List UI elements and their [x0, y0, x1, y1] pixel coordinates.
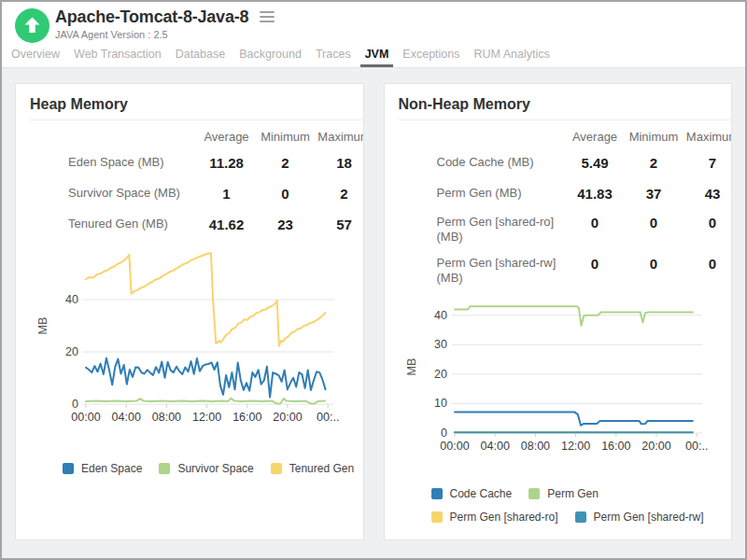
x-tick-label: 16:00: [601, 440, 630, 453]
metric-value: 41.83: [566, 186, 625, 202]
metric-value: 0: [566, 215, 625, 231]
column-header-minimum: Minimum: [625, 130, 684, 144]
legend-swatch: [431, 511, 443, 523]
metric-value: 2: [315, 186, 364, 202]
x-tick-label: 04:00: [112, 411, 141, 424]
y-tick-label: 40: [65, 293, 78, 306]
y-tick-label: 20: [65, 345, 78, 358]
metric-value: 0: [684, 256, 733, 272]
y-axis-label: MB: [36, 317, 49, 335]
page-title: Apache-Tomcat-8-Java-8: [55, 7, 248, 26]
legend-item-perm-gen[interactable]: Perm Gen: [529, 487, 599, 500]
metric-row: Perm Gen (MB)41.833743: [385, 178, 733, 209]
metric-row: Survivor Space (MB)102: [16, 178, 364, 209]
metric-label: Tenured Gen (MB): [16, 217, 197, 231]
y-tick-label: 40: [434, 309, 447, 322]
legend-swatch: [159, 463, 170, 474]
legend-label: Code Cache: [450, 487, 513, 500]
panel-title: Non-Heap Memory: [399, 95, 732, 114]
x-tick-label: 12:00: [192, 411, 221, 424]
legend-label: Perm Gen: [547, 487, 599, 500]
legend-item-code-cache[interactable]: Code Cache: [431, 487, 513, 500]
content-area: Heap Memory AverageMinimumMaximumEden Sp…: [2, 68, 745, 558]
metric-label: Perm Gen [shared-ro] (MB): [385, 215, 566, 245]
tab-jvm[interactable]: JVM: [365, 44, 389, 67]
app-window: Apache-Tomcat-8-Java-8 JAVA Agent Versio…: [0, 0, 747, 560]
metric-value: 2: [256, 155, 315, 171]
series-survivor-space-line: [86, 399, 325, 404]
legend-label: Survivor Space: [177, 462, 253, 475]
x-tick-label: 00:..: [685, 440, 708, 453]
x-tick-label: 08:00: [520, 440, 549, 453]
x-tick-label: 00:00: [440, 440, 469, 453]
legend-item-tenured-gen[interactable]: Tenured Gen: [271, 462, 354, 475]
metric-table: AverageMinimumMaximumEden Space (MB)11.2…: [16, 125, 364, 240]
metric-label: Eden Space (MB): [16, 155, 197, 170]
legend-swatch: [271, 463, 282, 474]
metric-label: Survivor Space (MB): [16, 186, 197, 201]
tab-bar: OverviewWeb TransactionDatabaseBackgroun…: [2, 44, 745, 68]
metric-value: 0: [256, 186, 315, 202]
legend-label: Perm Gen [shared-ro]: [450, 511, 558, 524]
metric-label: Perm Gen [shared-rw] (MB): [385, 256, 566, 287]
tab-database[interactable]: Database: [176, 44, 226, 67]
series-eden-space-line: [86, 358, 326, 398]
panel-title: Heap Memory: [30, 95, 363, 114]
y-tick-label: 0: [72, 398, 78, 411]
tab-traces[interactable]: Traces: [316, 44, 351, 67]
legend-label: Eden Space: [81, 462, 142, 475]
x-tick-label: 12:00: [560, 440, 589, 453]
legend-item-survivor-space[interactable]: Survivor Space: [159, 462, 253, 475]
legend-label: Perm Gen [shared-rw]: [594, 511, 704, 524]
tab-exceptions[interactable]: Exceptions: [402, 44, 459, 67]
metric-value: 2: [625, 155, 684, 171]
metric-value: 0: [684, 215, 733, 231]
metric-value: 23: [256, 217, 315, 232]
up-arrow-icon: [15, 8, 49, 43]
panel-heap-memory: Heap Memory AverageMinimumMaximumEden Sp…: [15, 83, 364, 540]
divider: [30, 119, 363, 120]
y-tick-label: 0: [441, 427, 447, 440]
chart-legend: Code CachePerm GenPerm Gen [shared-ro]Pe…: [385, 487, 732, 524]
column-header-maximum: Maximum: [684, 130, 733, 144]
metric-value: 37: [625, 186, 684, 202]
agent-version-label: JAVA Agent Version : 2.5: [55, 29, 745, 40]
tab-background[interactable]: Background: [239, 44, 302, 67]
legend-row: Perm Gen [shared-ro]Perm Gen [shared-rw]: [431, 511, 732, 524]
x-tick-label: 08:00: [152, 411, 181, 424]
column-header-maximum: Maximum: [315, 130, 364, 144]
metric-label: Perm Gen (MB): [385, 186, 566, 201]
legend-item-eden-space[interactable]: Eden Space: [63, 462, 142, 475]
x-tick-label: 20:00: [641, 440, 670, 453]
tab-rum-analytics[interactable]: RUM Analytics: [474, 44, 550, 67]
metric-table: AverageMinimumMaximumCode Cache (MB)5.49…: [385, 125, 733, 291]
tab-web-transaction[interactable]: Web Transaction: [74, 44, 162, 67]
metric-row: Perm Gen [shared-ro] (MB)000: [385, 209, 733, 250]
y-tick-label: 10: [434, 397, 447, 410]
metric-label: Code Cache (MB): [385, 155, 566, 170]
metric-value: 41.62: [197, 217, 256, 232]
tab-overview[interactable]: Overview: [11, 44, 60, 67]
metric-value: 43: [684, 186, 733, 202]
metric-table-header: AverageMinimumMaximum: [385, 125, 733, 147]
x-tick-label: 04:00: [480, 440, 509, 453]
metric-value: 0: [566, 256, 625, 272]
divider: [399, 119, 732, 120]
monitor-status-up-icon: [15, 8, 49, 43]
legend-swatch: [575, 511, 586, 523]
series-code-cache-line: [455, 413, 693, 426]
metric-value: 0: [625, 256, 684, 272]
app-header: Apache-Tomcat-8-Java-8 JAVA Agent Versio…: [2, 2, 745, 44]
metric-row: Perm Gen [shared-rw] (MB)000: [385, 250, 733, 291]
legend-row: Eden SpaceSurvivor SpaceTenured Gen: [63, 462, 363, 475]
series-perm-gen-line: [455, 306, 693, 326]
metric-value: 57: [315, 217, 364, 232]
x-tick-label: 16:00: [233, 411, 261, 424]
legend-item-perm-gen-shared-ro-[interactable]: Perm Gen [shared-ro]: [431, 511, 558, 524]
column-header-average: Average: [197, 130, 256, 144]
legend-item-perm-gen-shared-rw-[interactable]: Perm Gen [shared-rw]: [575, 511, 704, 524]
metric-value: 5.49: [566, 155, 625, 171]
y-axis-label: MB: [405, 358, 418, 376]
menu-icon[interactable]: [260, 11, 275, 22]
heap-memory-chart: 0204000:0004:0008:0012:0016:0020:0000:..…: [16, 240, 364, 425]
